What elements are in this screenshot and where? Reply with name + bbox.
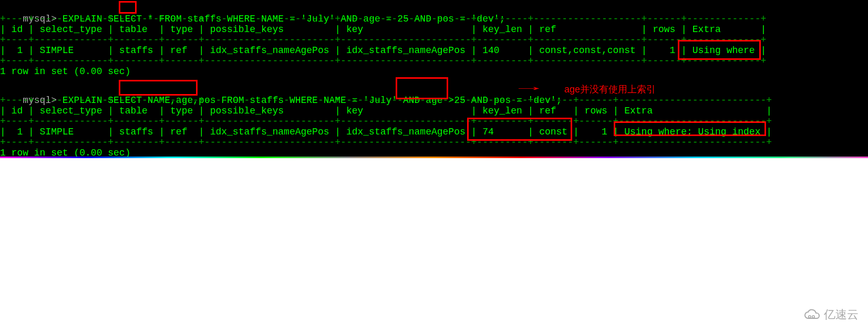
mysql-terminal: mysql> EXPLAIN SELECT * FROM staffs WHER… — [0, 0, 868, 158]
annotation-text: age并没有使用上索引 — [564, 83, 656, 96]
highlight-using-index — [614, 121, 766, 136]
t2-header: | id | select_type | table | type | poss… — [0, 106, 868, 116]
t2-border-bot: +----+-------------+--------+------+----… — [0, 137, 868, 148]
watermark-text: 亿速云 — [824, 307, 859, 323]
highlight-keylen-ref — [467, 118, 572, 141]
t1-footer: 1 row in set (0.00 sec) — [0, 66, 868, 77]
highlight-star — [119, 1, 137, 14]
highlight-age-gt-25 — [396, 77, 448, 99]
highlight-using-where — [678, 40, 761, 60]
t1-header: | id | select_type | table | type | poss… — [0, 24, 868, 35]
svg-point-1 — [812, 316, 814, 318]
white-area: 亿速云 — [0, 158, 868, 332]
svg-point-0 — [809, 316, 811, 318]
cloud-icon — [803, 308, 821, 321]
t1-border-top: +----+-------------+--------+------+----… — [0, 14, 868, 24]
arrow-icon: → — [519, 82, 540, 95]
highlight-name-age-pos — [119, 80, 198, 96]
watermark: 亿速云 — [803, 307, 859, 323]
